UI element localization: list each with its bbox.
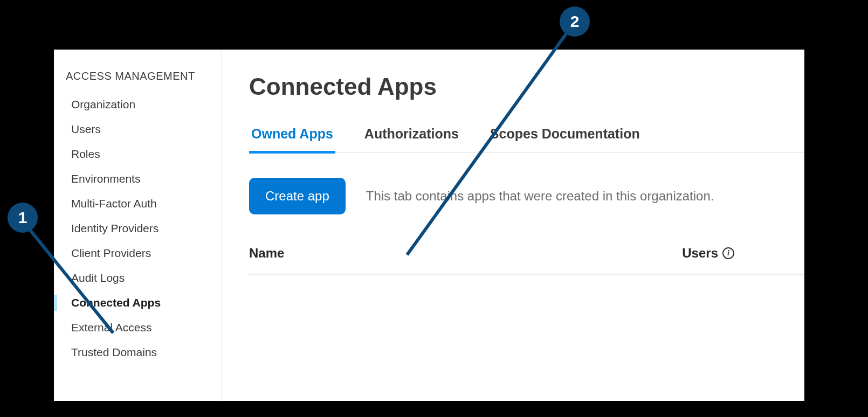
main-content: Connected Apps Owned Apps Authorizations…: [222, 50, 804, 401]
info-icon[interactable]: i: [722, 247, 734, 259]
tab-scopes-documentation[interactable]: Scopes Documentation: [488, 126, 642, 152]
sidebar-item-connected-apps[interactable]: Connected Apps: [54, 290, 222, 315]
sidebar-item-external-access[interactable]: External Access: [54, 315, 222, 340]
sidebar-item-multi-factor-auth[interactable]: Multi-Factor Auth: [54, 191, 222, 216]
column-header-name[interactable]: Name: [249, 246, 284, 261]
page-title: Connected Apps: [249, 73, 804, 100]
sidebar: ACCESS MANAGEMENT Organization Users Rol…: [54, 50, 222, 401]
sidebar-item-environments[interactable]: Environments: [54, 166, 222, 191]
sidebar-item-identity-providers[interactable]: Identity Providers: [54, 216, 222, 241]
sidebar-item-trusted-domains[interactable]: Trusted Domains: [54, 340, 222, 365]
sidebar-item-audit-logs[interactable]: Audit Logs: [54, 266, 222, 290]
action-row: Create app This tab contains apps that w…: [249, 178, 804, 214]
sidebar-item-organization[interactable]: Organization: [54, 92, 222, 117]
tab-owned-apps[interactable]: Owned Apps: [249, 126, 335, 152]
create-app-button[interactable]: Create app: [249, 178, 346, 214]
callout-badge-1: 1: [8, 203, 38, 233]
sidebar-item-client-providers[interactable]: Client Providers: [54, 241, 222, 266]
tab-authorizations[interactable]: Authorizations: [362, 126, 461, 152]
column-header-users-label: Users: [682, 246, 718, 261]
apps-table: Name Users i: [249, 246, 804, 275]
tab-description: This tab contains apps that were created…: [366, 189, 714, 204]
app-card: ACCESS MANAGEMENT Organization Users Rol…: [54, 50, 804, 401]
sidebar-item-users[interactable]: Users: [54, 117, 222, 142]
tabbar: Owned Apps Authorizations Scopes Documen…: [249, 126, 804, 153]
callout-badge-2: 2: [560, 6, 590, 37]
sidebar-item-roles[interactable]: Roles: [54, 142, 222, 166]
sidebar-section-title: ACCESS MANAGEMENT: [54, 70, 222, 92]
column-header-users[interactable]: Users i: [682, 246, 734, 261]
table-header-row: Name Users i: [249, 246, 804, 275]
